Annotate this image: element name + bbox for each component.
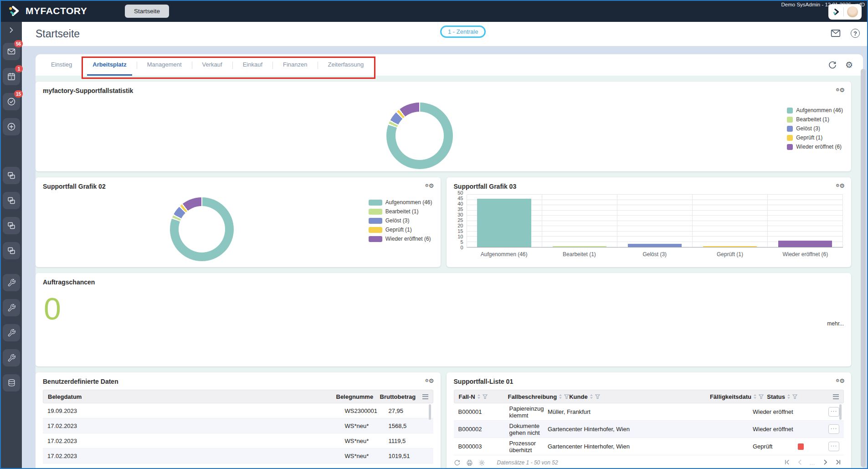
table-row[interactable]: 19.09.2023WS230000127,95 <box>43 403 433 418</box>
filter-funnel-icon[interactable] <box>595 394 600 399</box>
topbar-tab-startseite[interactable]: Startseite <box>125 5 169 18</box>
widget-settings-icon[interactable]: ⚙⚙ <box>836 377 845 384</box>
filter-funnel-icon[interactable] <box>564 394 569 399</box>
column-header-belegnumme[interactable]: Belegnumme <box>336 393 380 400</box>
y-axis-tick: 0 <box>460 245 463 250</box>
sidebar-item-database[interactable] <box>3 374 20 392</box>
legend-item: Geprüft (1) <box>369 227 432 233</box>
last-page-button[interactable] <box>835 459 841 467</box>
sidebar-item-workspace-1[interactable] <box>3 167 20 184</box>
sidebar-item-add[interactable] <box>3 118 20 135</box>
settings-gear-icon[interactable]: ⚙ <box>845 61 853 69</box>
widget-settings-icon[interactable]: ⚙⚙ <box>425 377 434 384</box>
widget-settings-icon[interactable]: ⚙⚙ <box>836 86 845 93</box>
sidebar-item-workspace-2[interactable] <box>3 192 20 209</box>
table-header: Fall-NFallbeschreibungKundeFälligkeitsda… <box>454 390 844 403</box>
column-header-fall-n[interactable]: Fall-N <box>459 393 508 400</box>
column-menu-icon[interactable] <box>833 393 839 400</box>
tab-arbeitsplatz[interactable]: Arbeitsplatz <box>87 54 132 76</box>
widget-settings-icon[interactable]: ⚙⚙ <box>425 182 434 189</box>
column-header-belegdatum[interactable]: Belegdatum <box>48 393 336 400</box>
row-actions-button[interactable]: ··· <box>828 424 839 434</box>
legend-item: Geprüft (1) <box>787 134 843 141</box>
cell-fall-nr: B000003 <box>458 443 509 450</box>
legend-label: Geprüft (1) <box>385 227 412 233</box>
tab-verkauf[interactable]: Verkauf <box>197 54 228 76</box>
sidebar-item-tool-3[interactable] <box>3 324 20 341</box>
gear-icon[interactable] <box>478 459 485 466</box>
next-page-button[interactable] <box>823 459 828 467</box>
cell-fall-nr: B000001 <box>458 408 509 415</box>
sort-icon[interactable] <box>753 394 757 399</box>
page-list-button[interactable]: … <box>809 459 816 466</box>
sidebar-expand-button[interactable] <box>8 26 15 36</box>
row-actions-button[interactable]: ··· <box>828 407 839 417</box>
site-selector-badge[interactable]: 1 - Zentrale <box>440 26 486 38</box>
column-header-fallbeschreibung[interactable]: Fallbeschreibung <box>508 393 570 400</box>
refresh-icon[interactable] <box>454 459 461 466</box>
sidebar-item-calendar[interactable]: 1 1 <box>3 68 20 85</box>
filter-funnel-icon[interactable] <box>792 394 797 399</box>
first-page-button[interactable] <box>784 459 790 467</box>
row-actions-button[interactable]: ··· <box>828 442 839 451</box>
sidebar-item-workspace-4[interactable] <box>3 242 20 259</box>
brand-name: MYFACTORY <box>26 5 87 16</box>
tab-zeiterfassung[interactable]: Zeiterfassung <box>323 54 370 76</box>
panel-title: Supportfall Grafik 02 <box>43 183 433 190</box>
sidebar-item-mail[interactable]: 56 <box>3 43 20 60</box>
chat-bubbles-icon <box>7 246 16 255</box>
table-row[interactable]: 17.02.2023WS*neu*1019,51 <box>43 448 433 464</box>
cell-fallbeschreibung: Papiereinzug klemmt <box>509 405 548 419</box>
sidebar-item-tool-1[interactable] <box>3 274 20 291</box>
user-avatar[interactable] <box>847 6 858 17</box>
sidebar-item-tool-2[interactable] <box>3 299 20 316</box>
more-link[interactable]: mehr... <box>827 320 844 327</box>
column-label: Kunde <box>569 393 587 400</box>
column-header-bruttobetrag[interactable]: Bruttobetrag <box>380 393 420 400</box>
bar-chart-grafik-03: 05101520253035404550 Aufgenommen (46)Bea… <box>454 193 844 258</box>
calendar-badge: 1 <box>15 65 23 72</box>
refresh-icon[interactable] <box>828 61 837 70</box>
printer-icon[interactable] <box>466 459 473 466</box>
brand-logo: MYFACTORY <box>8 5 87 17</box>
account-pill[interactable] <box>828 4 862 20</box>
sidebar: 56 1 1 15 <box>1 22 22 468</box>
table-row[interactable]: B000002Dokumente gehen nichtGartencenter… <box>454 421 844 438</box>
sort-icon[interactable] <box>590 394 593 399</box>
help-icon[interactable]: ? <box>851 29 860 38</box>
scrollbar-thumb[interactable] <box>861 69 866 467</box>
column-header-kunde[interactable]: Kunde <box>569 393 710 400</box>
column-header-fälligkeitsdatu[interactable]: Fälligkeitsdatu <box>710 393 767 400</box>
table-row[interactable]: B000001Papiereinzug klemmtMüller, Frankf… <box>454 403 844 421</box>
tab-management[interactable]: Management <box>142 54 187 76</box>
sidebar-item-workspace-3[interactable] <box>3 217 20 234</box>
cell-fallbeschreibung: Dokumente gehen nicht <box>509 423 548 436</box>
table-scrollbar-thumb[interactable] <box>839 404 842 420</box>
tab-finanzen[interactable]: Finanzen <box>277 54 313 76</box>
table-row[interactable]: 17.02.2023WS*neu*1568,5 <box>43 418 433 433</box>
sidebar-item-tool-4[interactable] <box>3 349 20 366</box>
table-row[interactable]: 17.02.2023WS*neu*1119,5 <box>43 433 433 448</box>
sort-icon[interactable] <box>559 394 562 399</box>
sort-icon[interactable] <box>477 394 481 399</box>
sort-icon[interactable] <box>787 394 791 399</box>
y-axis-tick: 15 <box>457 228 463 234</box>
tab-einkauf[interactable]: Einkauf <box>237 54 268 76</box>
table-scrollbar-thumb[interactable] <box>429 404 431 420</box>
panel-title: myfactory-Supportfallstatistik <box>43 87 844 94</box>
column-header-status[interactable]: Status <box>767 393 833 400</box>
chat-bubbles-icon <box>7 196 16 205</box>
envelope-icon[interactable] <box>831 29 841 37</box>
column-menu-icon[interactable] <box>422 393 428 400</box>
filter-funnel-icon[interactable] <box>483 394 488 399</box>
wrench-icon <box>7 304 16 312</box>
tab-einstieg[interactable]: Einstieg <box>46 54 77 76</box>
previous-page-button[interactable] <box>797 459 802 467</box>
filter-funnel-icon[interactable] <box>759 394 764 399</box>
legend-swatch <box>787 126 793 132</box>
sidebar-item-tasks[interactable]: 15 <box>3 93 20 110</box>
widget-settings-icon[interactable]: ⚙⚙ <box>836 182 845 189</box>
tab-separator <box>192 62 192 69</box>
table-row[interactable]: B000003Prozessor überhitztGartencenter H… <box>454 438 844 455</box>
table-cell: 1119,5 <box>389 438 429 444</box>
